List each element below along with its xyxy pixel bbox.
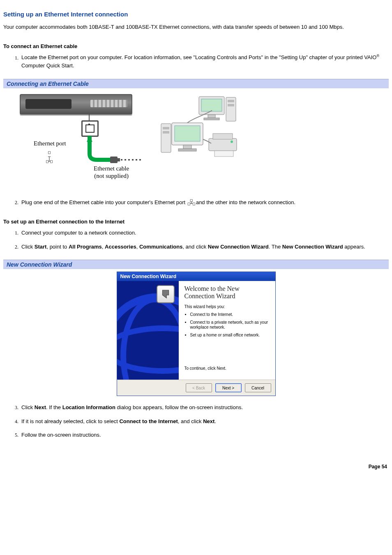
wizard-helps-text: This wizard helps you: — [184, 304, 270, 310]
wizard-bullet: Connect to the Internet. — [190, 312, 270, 318]
computer-device-illustration — [20, 94, 132, 115]
svg-point-21 — [231, 140, 233, 143]
setup-step-3: Click Next. If the Location Information … — [20, 403, 389, 412]
svg-rect-5 — [201, 99, 222, 111]
wizard-bullet-list: Connect to the Internet. Connect to a pr… — [184, 312, 270, 340]
figure-cable-title: Connecting an Ethernet Cable — [3, 79, 389, 88]
svg-rect-6 — [208, 115, 215, 118]
ethernet-cable-arrow-icon — [85, 136, 143, 165]
svg-rect-2 — [118, 158, 120, 161]
wizard-sidebar-graphic — [117, 281, 179, 380]
svg-rect-7 — [204, 118, 219, 120]
page-number: Page 54 — [3, 464, 389, 470]
wizard-bullet: Connect to a private network, such as yo… — [190, 320, 270, 330]
connect-cable-step-1: Locate the Ethernet port on your compute… — [20, 53, 389, 69]
page-title: Setting up an Ethernet Internet connecti… — [3, 11, 389, 18]
figure-wizard-title: New Connection Wizard — [3, 260, 389, 269]
svg-rect-20 — [214, 151, 233, 157]
svg-rect-16 — [163, 127, 169, 129]
ethernet-inline-icon: □□┴□ — [188, 199, 195, 205]
step-plug-b: and the other into the network connectio… — [196, 199, 295, 205]
svg-rect-12 — [175, 126, 200, 141]
ethernet-port-callout — [81, 120, 99, 137]
step-plug-a: Plug one end of the Ethernet cable into … — [21, 199, 187, 205]
wizard-next-button[interactable]: Next > — [215, 383, 242, 392]
svg-rect-9 — [228, 100, 234, 102]
wizard-heading: Welcome to the New Connection Wizard — [184, 285, 270, 300]
ethernet-cable-caption: Ethernet cable (not supplied) — [94, 165, 129, 180]
svg-rect-10 — [228, 104, 234, 106]
wizard-continue-text: To continue, click Next. — [184, 345, 270, 371]
setup-step-1: Connect your computer to a network conne… — [20, 229, 389, 237]
ethernet-port-label: Ethernet port — [34, 140, 66, 147]
svg-rect-17 — [163, 131, 169, 134]
connect-cable-step-2: Plug one end of the Ethernet cable into … — [20, 198, 389, 207]
step1-text-a: Locate the Ethernet port on your compute… — [21, 55, 376, 61]
wizard-bullet: Set up a home or small office network. — [190, 333, 270, 338]
intro-paragraph: Your computer accommodates both 10BASE-T… — [3, 23, 389, 31]
wizard-titlebar: New Connection Wizard — [117, 272, 275, 281]
setup-step-4: If it is not already selected, click to … — [20, 417, 389, 426]
wizard-back-button[interactable]: < Back — [186, 383, 212, 392]
svg-rect-19 — [213, 134, 233, 139]
ethernet-symbol-icon: □┬□┴□ — [46, 150, 52, 164]
wizard-cancel-button[interactable]: Cancel — [245, 383, 271, 392]
svg-rect-18 — [209, 138, 237, 151]
figure-cable-body: Ethernet port □┬□┴□ Ethernet cable (not … — [3, 88, 389, 196]
connect-cable-heading: To connect an Ethernet cable — [3, 43, 389, 49]
registered-mark: ® — [376, 54, 379, 58]
svg-rect-13 — [183, 145, 191, 149]
step1-text-b: Computer Quick Start. — [21, 62, 74, 69]
network-devices-illustration — [159, 94, 246, 176]
wizard-window: New Connection Wizard Welcome to the New… — [117, 272, 276, 396]
setup-step-2: Click Start, point to All Programs, Acce… — [20, 243, 389, 251]
svg-rect-1 — [110, 157, 118, 163]
setup-step-5: Follow the on-screen instructions. — [20, 431, 389, 439]
setup-heading: To set up an Ethernet connection to the … — [3, 219, 389, 225]
callout-line — [89, 114, 90, 120]
wizard-badge-icon — [157, 285, 175, 303]
svg-rect-14 — [178, 149, 196, 151]
